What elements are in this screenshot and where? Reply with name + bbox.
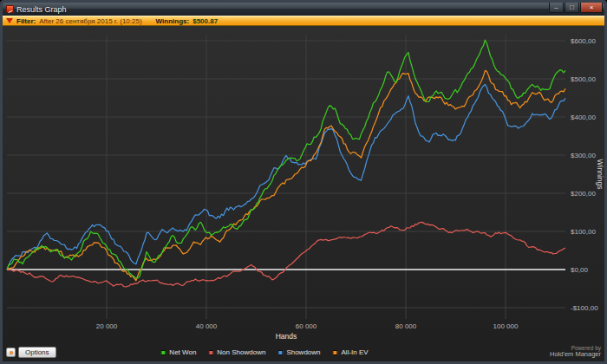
legend-label: All-In EV <box>342 348 369 356</box>
options-area: Options <box>6 347 56 358</box>
svg-text:$300,00: $300,00 <box>571 152 596 159</box>
options-icon[interactable] <box>6 348 16 357</box>
svg-text:80 000: 80 000 <box>395 322 417 330</box>
svg-text:$400,00: $400,00 <box>571 114 596 121</box>
legend-label: Non Showdown <box>217 348 265 356</box>
results-chart: 20 00040 00060 00080 000100 000$600,00$5… <box>3 26 604 344</box>
legend-item: Net Won <box>160 348 196 356</box>
filter-bar: Filter: After 26 сентября 2015 г. (10:25… <box>3 16 604 26</box>
bottom-bar: Options Net WonNon ShowdownShowdownAll-I… <box>3 344 604 361</box>
svg-text:Winnings: Winnings <box>596 159 604 190</box>
close-button[interactable]: × <box>580 3 603 13</box>
legend: Net WonNon ShowdownShowdownAll-In EV <box>160 348 368 356</box>
svg-text:40 000: 40 000 <box>196 322 218 330</box>
svg-text:60 000: 60 000 <box>296 322 317 330</box>
legend-swatch <box>208 350 213 355</box>
winnings-value: $500.87 <box>193 17 218 25</box>
options-button[interactable]: Options <box>18 347 56 358</box>
svg-text:$100,00: $100,00 <box>571 228 596 236</box>
winnings-label: Winnings: <box>156 17 190 25</box>
legend-swatch <box>333 350 338 355</box>
maximize-button[interactable]: □ <box>565 3 579 13</box>
filter-value: After 26 сентября 2015 г. (10:25) <box>39 17 141 25</box>
chart-area: 20 00040 00060 00080 000100 000$600,00$5… <box>3 26 604 344</box>
window-title: Results Graph <box>16 5 67 14</box>
filter-label: Filter: <box>16 17 36 25</box>
legend-item: Showdown <box>277 348 320 356</box>
app-icon <box>6 5 14 13</box>
svg-text:100 000: 100 000 <box>493 322 519 330</box>
legend-item: All-In EV <box>333 348 369 356</box>
svg-text:$200,00: $200,00 <box>571 190 596 198</box>
powered-by: Powered by Hold'em Manager <box>550 345 601 359</box>
svg-text:Hands: Hands <box>276 332 297 341</box>
results-graph-window: Results Graph – □ × Filter: After 26 сен… <box>0 0 607 364</box>
legend-item: Non Showdown <box>208 348 265 356</box>
legend-swatch <box>277 350 283 355</box>
legend-label: Showdown <box>286 348 320 356</box>
titlebar[interactable]: Results Graph – □ × <box>3 3 604 16</box>
svg-text:$0,00: $0,00 <box>571 266 589 274</box>
filter-icon <box>6 18 13 23</box>
legend-swatch <box>160 350 166 355</box>
minimize-button[interactable]: – <box>549 3 564 13</box>
svg-text:-$100,00: -$100,00 <box>571 304 598 312</box>
svg-text:$500,00: $500,00 <box>571 75 596 83</box>
legend-label: Net Won <box>169 348 196 356</box>
svg-text:$600,00: $600,00 <box>571 37 596 45</box>
app-name: Hold'em Manager <box>550 351 601 359</box>
window-controls: – □ × <box>549 3 603 13</box>
svg-text:20 000: 20 000 <box>96 322 118 330</box>
